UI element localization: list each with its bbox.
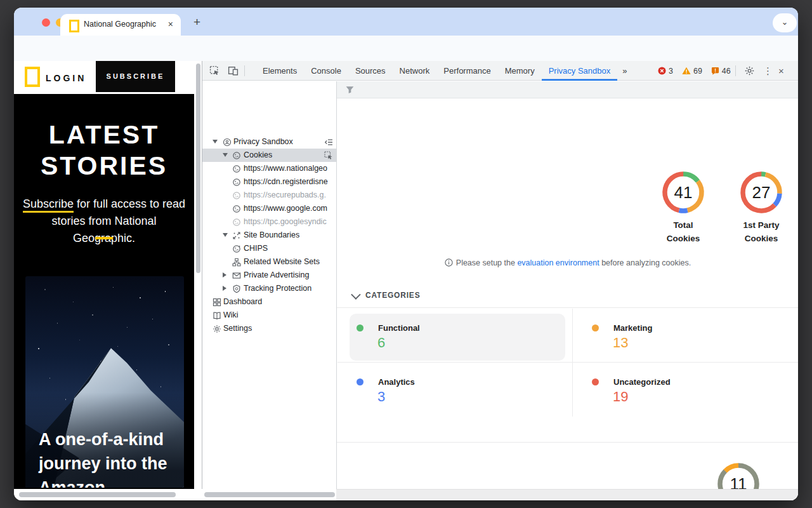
categories-section-header[interactable]: CATEGORIES	[351, 291, 420, 300]
category-label: Analytics	[378, 377, 415, 387]
category-card-analytics[interactable]: Analytics3	[337, 363, 573, 417]
login-button[interactable]: LOGIN	[46, 73, 86, 83]
tree-item-chips[interactable]: CHIPS	[202, 242, 337, 255]
devtools-tab-sources[interactable]: Sources	[348, 61, 393, 81]
bottom-scrollbar-strip	[14, 489, 798, 500]
expanded-arrow-icon[interactable]	[223, 233, 228, 237]
device-toolbar-icon[interactable]	[228, 65, 239, 76]
expanded-arrow-icon[interactable]	[213, 140, 218, 144]
tree-item-https-cdn-registerdisne[interactable]: https://cdn.registerdisne	[202, 175, 337, 189]
tree-item-wiki[interactable]: Wiki	[202, 309, 337, 322]
devtools-menu-icon[interactable]: ⋮	[763, 61, 773, 81]
tree-item-label: https://tpc.googlesyndic	[244, 217, 327, 226]
tree-item-label: Tracking Protection	[244, 284, 311, 293]
collapsed-arrow-icon[interactable]	[223, 272, 226, 277]
tree-item-https-www-google-com[interactable]: https://www.google.com	[202, 202, 337, 215]
category-label: Functional	[378, 323, 420, 333]
devtools-tab-elements[interactable]: Elements	[256, 61, 304, 81]
donut-label: 3rd PartyCookies	[788, 218, 798, 245]
inspect-element-icon[interactable]	[209, 65, 220, 76]
dashboard-icon	[213, 298, 221, 307]
tree-item-dashboard[interactable]: Dashboard	[202, 295, 337, 309]
story-card[interactable]: A one-of-a-kind journey into the Amazon	[25, 276, 184, 488]
tree-item-label: https://www.google.com	[244, 204, 327, 213]
devtools-panel: ElementsConsoleSourcesNetworkPerformance…	[202, 61, 798, 500]
collapsed-arrow-icon[interactable]	[223, 286, 226, 291]
tree-item-https-tpc-googlesyndic[interactable]: https://tpc.googlesyndic	[202, 215, 337, 229]
gear-icon	[213, 324, 221, 333]
tree-hscroll-thumb[interactable]	[204, 492, 335, 497]
tree-item-https-www-nationalgeo[interactable]: https://www.nationalgeo	[202, 162, 337, 175]
story-title[interactable]: A one-of-a-kind journey into the Amazon	[39, 427, 171, 488]
tree-item-label: Privacy Sandbox	[233, 137, 293, 146]
yellow-divider	[95, 237, 113, 239]
private-ads-icon	[232, 271, 241, 280]
cookie-icon	[232, 178, 241, 187]
evaluation-environment-link[interactable]: evaluation environment	[517, 258, 599, 267]
tab-search-chevron-icon[interactable]: ⌄	[773, 13, 797, 32]
browser-window: National Geographic × + ⌄ ← → ↻ national…	[14, 8, 798, 500]
site-boundaries-icon	[232, 231, 241, 240]
tree-item-label: Dashboard	[223, 297, 262, 306]
donut-value: 41	[660, 170, 706, 215]
tree-item-related-website-sets[interactable]: Related Website Sets	[202, 255, 337, 269]
tree-item-site-boundaries[interactable]: Site Boundaries	[202, 229, 337, 242]
devtools-settings-gear-icon[interactable]	[744, 65, 755, 76]
errors-badge[interactable]: 3	[658, 67, 673, 76]
site-header: LOGIN SUBSCRIBE	[14, 61, 194, 94]
devtools-tab-memory[interactable]: Memory	[498, 61, 542, 81]
natgeo-favicon	[69, 20, 79, 32]
tree-item-label: https://cdn.registerdisne	[244, 177, 328, 186]
chips-icon	[232, 244, 241, 253]
setup-note: Please setup the evaluation environment …	[337, 258, 798, 267]
main-panel-hscroll-track[interactable]	[336, 489, 798, 500]
tab-close-icon[interactable]: ×	[168, 19, 173, 29]
collapse-panel-icon[interactable]	[324, 138, 333, 147]
devtools-tabs: ElementsConsoleSourcesNetworkPerformance…	[256, 61, 632, 81]
devtools-tab-privacy-sandbox[interactable]: Privacy Sandbox	[542, 61, 618, 81]
expanded-arrow-icon[interactable]	[223, 153, 228, 157]
new-tab-button[interactable]: +	[193, 15, 200, 29]
info-icon	[445, 258, 453, 267]
tree-item-label: Settings	[223, 324, 252, 333]
category-count: 3	[377, 389, 385, 405]
tree-item-private-advertising[interactable]: Private Advertising	[202, 269, 337, 282]
warnings-badge[interactable]: 69	[682, 67, 702, 76]
tree-item-https-securepubads-g[interactable]: https://securepubads.g.	[202, 189, 337, 202]
devtools-tab-console[interactable]: Console	[304, 61, 348, 81]
scrollbar-thumb[interactable]	[196, 64, 200, 273]
inspect-icon[interactable]	[324, 151, 333, 160]
devtools-tab-network[interactable]: Network	[393, 61, 437, 81]
tree-item-tracking-protection[interactable]: Tracking Protection	[202, 282, 337, 295]
category-count: 6	[377, 335, 385, 351]
privacy-sandbox-tree: Privacy SandboxCookieshttps://www.nation…	[202, 81, 337, 489]
devtools-tab-performance[interactable]: Performance	[436, 61, 497, 81]
subscribe-button[interactable]: SUBSCRIBE	[96, 61, 175, 92]
devtools-badges: 3 69 46	[658, 61, 737, 81]
tree-item-privacy-sandbox[interactable]: Privacy Sandbox	[202, 135, 337, 149]
cookie-icon	[232, 191, 241, 200]
close-window-button[interactable]	[42, 18, 50, 27]
more-tabs-icon[interactable]: »	[617, 61, 632, 81]
issues-badge[interactable]: 46	[711, 67, 731, 76]
category-label: Marketing	[613, 323, 652, 333]
category-count: 13	[613, 335, 628, 351]
tree-item-cookies[interactable]: Cookies	[202, 149, 337, 162]
natgeo-logo[interactable]	[25, 67, 40, 87]
donut-value: 11	[716, 461, 761, 489]
filter-funnel-icon[interactable]	[345, 85, 355, 95]
site-hscroll-thumb[interactable]	[19, 492, 176, 497]
site-vertical-scrollbar[interactable]	[194, 61, 202, 489]
tree-item-label: CHIPS	[244, 244, 268, 253]
subscribe-link[interactable]: Subscribe	[23, 197, 74, 213]
category-count: 19	[613, 389, 628, 405]
category-card-marketing[interactable]: Marketing13	[573, 309, 798, 363]
donut-label: 1st PartyCookies	[710, 218, 798, 245]
browser-tab[interactable]: National Geographic ×	[60, 14, 181, 36]
devtools-close-icon[interactable]: ×	[778, 61, 784, 81]
tree-item-settings[interactable]: Settings	[202, 322, 337, 335]
category-card-functional[interactable]: Functional6	[337, 309, 573, 363]
tree-item-label: Site Boundaries	[244, 231, 299, 239]
category-card-uncategorized[interactable]: Uncategorized19	[573, 363, 798, 417]
tree-item-label: Private Advertising	[244, 271, 310, 279]
